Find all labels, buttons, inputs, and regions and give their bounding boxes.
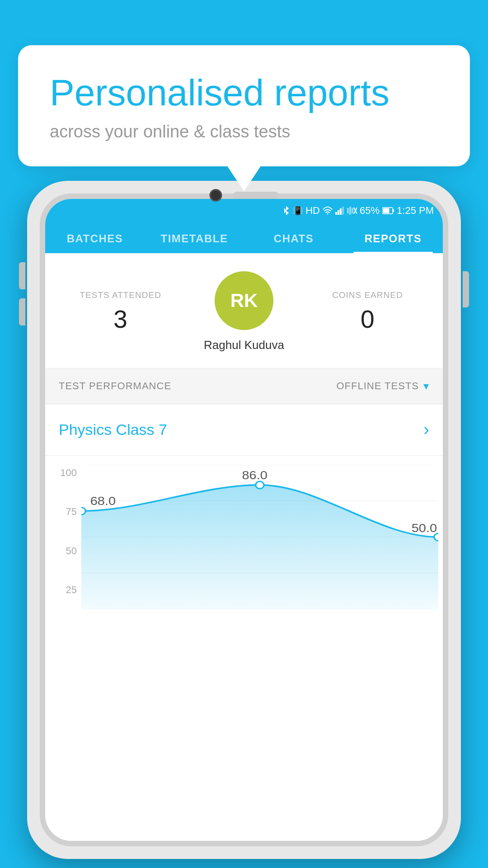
svg-rect-15 <box>393 209 394 212</box>
avatar-block: RK Raghul Kuduva <box>182 271 305 352</box>
speech-bubble-container: Personalised reports across your online … <box>18 45 470 166</box>
time-display: 1:25 PM <box>397 205 434 217</box>
tests-attended-value: 3 <box>59 305 182 334</box>
volume-up-button <box>19 262 25 289</box>
svg-marker-3 <box>286 211 289 215</box>
mute-icon <box>347 207 357 215</box>
wifi-icon <box>323 207 333 215</box>
test-performance-label: TEST PERFORMANCE <box>59 380 171 392</box>
test-performance-header: TEST PERFORMANCE OFFLINE TESTS ▾ <box>45 368 443 404</box>
data-point-3 <box>434 533 438 541</box>
tests-attended-block: TESTS ATTENDED 3 <box>59 290 182 334</box>
svg-rect-11 <box>352 208 353 213</box>
vibrate-icon: 📳 <box>293 206 303 216</box>
avatar-initials: RK <box>230 290 258 311</box>
chart-fill <box>81 485 438 609</box>
chart-area: 100 75 50 25 <box>50 465 438 609</box>
data-label-3: 50.0 <box>412 521 437 534</box>
tab-timetable[interactable]: TIMETABLE <box>145 222 244 253</box>
coins-earned-block: COINS EARNED 0 <box>306 290 429 334</box>
y-label-50: 50 <box>54 545 77 557</box>
chevron-right-icon: › <box>423 420 429 439</box>
data-label-1: 68.0 <box>90 495 116 508</box>
svg-rect-16 <box>383 208 389 213</box>
tab-reports[interactable]: REPORTS <box>343 222 443 253</box>
power-button <box>463 271 469 307</box>
svg-rect-7 <box>340 208 342 215</box>
physics-class-title: Physics Class 7 <box>59 421 167 439</box>
phone-frame: 📳 HD <box>27 181 461 859</box>
tab-chats[interactable]: CHATS <box>244 222 343 253</box>
y-label-75: 75 <box>54 506 77 518</box>
phone-screen: 📳 HD <box>45 199 443 841</box>
chart-svg: 68.0 86.0 50.0 <box>81 465 438 609</box>
svg-rect-9 <box>347 208 349 213</box>
screen-content: TESTS ATTENDED 3 RK Raghul Kuduva COINS … <box>45 253 443 841</box>
chevron-down-icon: ▾ <box>423 380 429 392</box>
svg-rect-10 <box>349 207 351 215</box>
data-label-2: 86.0 <box>242 469 267 482</box>
coins-earned-value: 0 <box>306 305 429 334</box>
tab-batches[interactable]: BATCHES <box>45 222 145 253</box>
battery-percent: 65% <box>360 205 380 217</box>
svg-rect-5 <box>335 212 337 215</box>
filter-label: OFFLINE TESTS <box>336 380 419 392</box>
phone-outer: 📳 HD <box>27 181 461 859</box>
y-label-100: 100 <box>54 467 77 479</box>
speech-bubble: Personalised reports across your online … <box>18 45 470 166</box>
physics-class-row[interactable]: Physics Class 7 › <box>45 404 443 456</box>
bubble-subtitle: across your online & class tests <box>50 122 438 142</box>
bubble-title: Personalised reports <box>50 72 438 113</box>
phone-inner: 📳 HD <box>40 193 448 846</box>
offline-tests-filter[interactable]: OFFLINE TESTS ▾ <box>336 380 429 392</box>
tests-attended-label: TESTS ATTENDED <box>59 290 182 300</box>
coins-earned-label: COINS EARNED <box>306 290 429 300</box>
volume-down-button <box>19 298 25 326</box>
svg-marker-2 <box>286 206 289 211</box>
avatar: RK <box>215 271 273 330</box>
chart-y-labels: 100 75 50 25 <box>50 465 81 609</box>
chart-svg-container: 68.0 86.0 50.0 <box>81 465 438 609</box>
chart-section: 100 75 50 25 <box>45 456 443 841</box>
svg-point-4 <box>327 213 328 215</box>
speaker <box>234 192 279 199</box>
y-label-25: 25 <box>54 584 77 596</box>
battery-icon <box>382 207 394 214</box>
user-stats-section: TESTS ATTENDED 3 RK Raghul Kuduva COINS … <box>45 253 443 368</box>
camera <box>210 189 222 202</box>
bluetooth-icon <box>282 206 290 216</box>
user-name: Raghul Kuduva <box>204 338 284 352</box>
svg-rect-6 <box>338 210 339 215</box>
status-icons: 📳 HD <box>282 205 434 217</box>
status-bar: 📳 HD <box>45 199 443 222</box>
nav-tabs: BATCHES TIMETABLE CHATS REPORTS <box>45 222 443 253</box>
signal-icon <box>335 207 344 215</box>
hd-indicator: HD <box>305 205 320 217</box>
svg-rect-8 <box>342 207 344 215</box>
phone-top-bar <box>210 189 279 202</box>
data-point-1 <box>81 507 85 514</box>
data-point-2 <box>256 481 264 489</box>
